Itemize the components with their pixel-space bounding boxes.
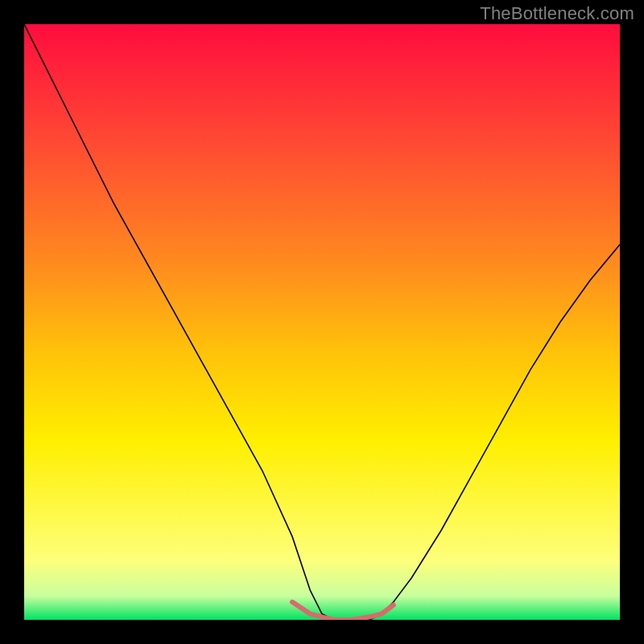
plot-area <box>24 24 620 620</box>
watermark-label: TheBottleneck.com <box>480 3 634 24</box>
gradient-background <box>24 24 620 620</box>
chart-frame: TheBottleneck.com <box>0 0 644 644</box>
bottleneck-chart <box>24 24 620 620</box>
